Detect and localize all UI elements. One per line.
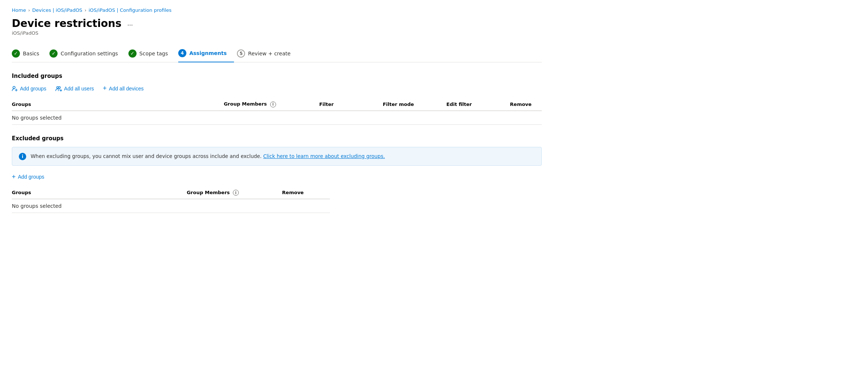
- col-header-members: Group Members i: [224, 98, 319, 111]
- step-assignments-label: Assignments: [189, 50, 227, 56]
- excluded-no-groups-row: No groups selected: [12, 199, 330, 213]
- excl-group-members-info-icon[interactable]: i: [233, 190, 239, 196]
- step-basics-label: Basics: [23, 51, 39, 56]
- page-title-area: Device restrictions ... iOS/iPadOS: [12, 17, 542, 36]
- info-banner-link[interactable]: Click here to learn more about excluding…: [263, 153, 385, 159]
- step-basics[interactable]: ✓ Basics: [12, 45, 46, 62]
- excl-col-header-groups: Groups: [12, 187, 187, 199]
- ellipsis-button[interactable]: ...: [125, 19, 135, 28]
- excluded-members-cell: [187, 199, 282, 213]
- step-review[interactable]: 5 Review + create: [237, 45, 298, 62]
- add-all-devices-button[interactable]: + Add all devices: [103, 85, 144, 92]
- step-assignments[interactable]: 4 Assignments: [178, 45, 234, 62]
- included-remove-cell: [510, 111, 542, 125]
- step-config[interactable]: ✓ Configuration settings: [49, 45, 125, 62]
- included-action-links: Add groups Add all users + Add all devic…: [12, 85, 542, 92]
- breadcrumb-sep-2: ›: [85, 8, 86, 13]
- included-groups-section: Included groups Add groups: [12, 73, 542, 125]
- col-header-filtermode: Filter mode: [383, 98, 446, 111]
- excluded-add-groups-button[interactable]: + Add groups: [12, 173, 44, 181]
- add-groups-button[interactable]: Add groups: [12, 86, 46, 92]
- info-banner-text: When excluding groups, you cannot mix us…: [31, 152, 385, 160]
- add-groups-icon: [12, 86, 18, 92]
- add-all-users-label: Add all users: [64, 86, 94, 92]
- included-filtermode-cell: [383, 111, 446, 125]
- add-all-users-icon: [55, 86, 62, 92]
- step-basics-check: ✓: [14, 51, 18, 56]
- excluded-groups-title: Excluded groups: [12, 135, 542, 142]
- group-members-info-icon[interactable]: i: [270, 102, 276, 107]
- step-scope-circle: ✓: [128, 49, 137, 58]
- col-header-editfilter: Edit filter: [447, 98, 510, 111]
- excluded-groups-table: Groups Group Members i Remove No groups …: [12, 187, 330, 213]
- breadcrumb-devices[interactable]: Devices | iOS/iPadOS: [32, 7, 82, 13]
- add-groups-label: Add groups: [20, 86, 46, 92]
- included-filter-cell: [319, 111, 383, 125]
- steps-bar: ✓ Basics ✓ Configuration settings ✓ Scop…: [12, 45, 542, 62]
- breadcrumb-home[interactable]: Home: [12, 7, 26, 13]
- info-banner-icon: i: [19, 153, 26, 160]
- included-editfilter-cell: [447, 111, 510, 125]
- col-header-remove: Remove: [510, 98, 542, 111]
- step-basics-circle: ✓: [12, 49, 20, 58]
- excl-col-header-members: Group Members i: [187, 187, 282, 199]
- svg-point-0: [13, 86, 15, 89]
- step-review-circle: 5: [237, 49, 245, 58]
- svg-point-4: [58, 86, 60, 88]
- add-all-users-button[interactable]: Add all users: [55, 86, 94, 92]
- included-groups-table: Groups Group Members i Filter Filter mod…: [12, 98, 542, 125]
- included-members-cell: [224, 111, 319, 125]
- step-config-label: Configuration settings: [61, 51, 118, 56]
- add-all-devices-label: Add all devices: [109, 86, 144, 92]
- excluded-action-links: + Add groups: [12, 173, 542, 181]
- page-title: Device restrictions: [12, 17, 121, 30]
- excl-col-header-remove: Remove: [282, 187, 330, 199]
- step-review-label: Review + create: [248, 51, 290, 56]
- excluded-add-groups-plus-icon: +: [12, 173, 16, 181]
- step-config-circle: ✓: [49, 49, 58, 58]
- included-no-groups-row: No groups selected: [12, 111, 542, 125]
- excluded-remove-cell: [282, 199, 330, 213]
- step-scope-label: Scope tags: [140, 51, 168, 56]
- breadcrumb: Home › Devices | iOS/iPadOS › iOS/iPadOS…: [12, 7, 542, 13]
- add-all-devices-plus-icon: +: [103, 85, 107, 92]
- included-groups-title: Included groups: [12, 73, 542, 79]
- page-subtitle: iOS/iPadOS: [12, 30, 542, 36]
- excluded-no-groups-cell: No groups selected: [12, 199, 187, 213]
- breadcrumb-profiles[interactable]: iOS/iPadOS | Configuration profiles: [89, 7, 172, 13]
- breadcrumb-sep-1: ›: [28, 8, 30, 13]
- step-config-check: ✓: [52, 51, 56, 56]
- info-banner: i When excluding groups, you cannot mix …: [12, 147, 542, 166]
- step-scope-check: ✓: [130, 51, 134, 56]
- excluded-add-groups-label: Add groups: [18, 174, 45, 180]
- included-no-groups-cell: No groups selected: [12, 111, 224, 125]
- page-container: Home › Devices | iOS/iPadOS › iOS/iPadOS…: [0, 0, 554, 220]
- col-header-groups: Groups: [12, 98, 224, 111]
- col-header-filter: Filter: [319, 98, 383, 111]
- step-scope[interactable]: ✓ Scope tags: [128, 45, 175, 62]
- step-assignments-circle: 4: [178, 49, 186, 57]
- excluded-groups-section: Excluded groups i When excluding groups,…: [12, 135, 542, 213]
